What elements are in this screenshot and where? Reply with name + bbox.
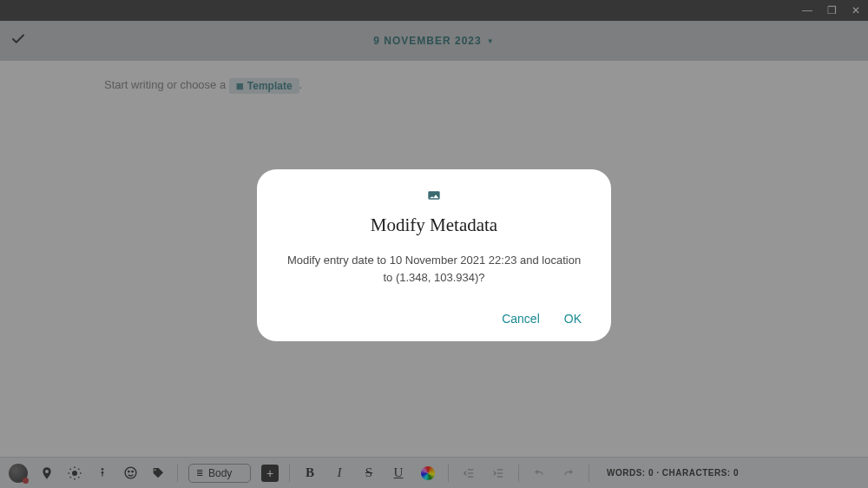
dialog-title: Modify Metadata [371, 214, 497, 236]
image-icon [426, 188, 442, 206]
cancel-button[interactable]: Cancel [502, 312, 540, 326]
ok-button[interactable]: OK [564, 312, 582, 326]
dialog-body-text: Modify entry date to 10 November 2021 22… [281, 252, 587, 286]
modify-metadata-dialog: Modify Metadata Modify entry date to 10 … [257, 169, 611, 341]
dialog-actions: Cancel OK [281, 312, 587, 326]
